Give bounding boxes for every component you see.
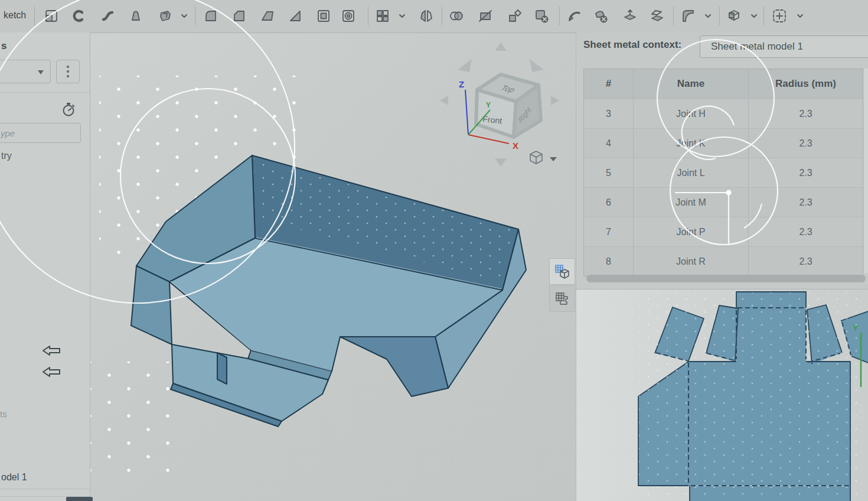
flat-pattern-view-button[interactable] (549, 285, 575, 312)
feature-toolbar: ketch (0, 0, 868, 33)
chamfer-icon[interactable] (230, 7, 248, 25)
cell-num[interactable]: 4 (584, 129, 634, 158)
divider (0, 92, 90, 93)
filter-input[interactable] (0, 123, 81, 143)
kebab-menu-button[interactable] (56, 60, 80, 83)
chevron-down-icon[interactable] (750, 12, 758, 20)
insert-feature-icon[interactable] (771, 7, 788, 25)
delete-face-icon[interactable] (592, 7, 609, 25)
column-header-radius[interactable]: Radius (mm) (749, 69, 863, 99)
rollback-arrow-icon[interactable] (43, 367, 60, 377)
mirror-icon[interactable] (417, 7, 435, 25)
sheet-metal-flange-icon[interactable] (679, 7, 697, 25)
shell-icon[interactable] (315, 7, 332, 25)
toolbar-separator (34, 6, 35, 25)
table-scroll-gutter (864, 69, 868, 273)
cell-name[interactable]: Joint L (634, 158, 749, 187)
loft-icon[interactable] (127, 7, 145, 25)
axis-z-label: Z (459, 79, 464, 89)
rollback-arrow-icon[interactable] (43, 346, 60, 356)
toolbar-separator (195, 6, 195, 25)
selected-item-partial[interactable] (66, 497, 93, 501)
chevron-down-icon[interactable] (704, 12, 712, 20)
table-row: 4 Joint K 2.3 (584, 128, 863, 158)
folded-view-icon (554, 264, 570, 279)
toolbar-separator (719, 6, 720, 25)
revolve-icon[interactable] (70, 7, 87, 25)
geometry-label-partial: try (1, 151, 12, 161)
table-row: 3 Joint H 2.3 (584, 99, 863, 128)
cell-name[interactable]: Joint R (634, 247, 749, 276)
divider (0, 489, 90, 489)
flat-pattern-area[interactable] (576, 289, 868, 501)
cell-num[interactable]: 5 (584, 158, 634, 187)
feature-tree-panel: s try ts odel 1 (0, 32, 90, 501)
linear-pattern-icon[interactable] (374, 7, 391, 25)
thicken-icon[interactable] (156, 7, 174, 25)
toolbar-separator (763, 6, 764, 25)
toolbar-separator (673, 6, 674, 25)
toolbar-separator (442, 6, 442, 25)
cell-radius[interactable]: 2.3 (749, 188, 863, 217)
cell-name[interactable]: Joint K (634, 129, 749, 158)
modify-fillet-icon[interactable] (566, 7, 583, 25)
rib-icon[interactable] (286, 7, 304, 25)
boolean-icon[interactable] (448, 7, 465, 25)
table-row: 5 Joint L 2.3 (584, 158, 863, 187)
joints-table: # Name Radius (mm) 3 Joint H 2.3 4 Joint… (583, 69, 863, 276)
cell-num[interactable]: 3 (584, 99, 634, 128)
chevron-down-icon[interactable] (796, 12, 804, 20)
extrude-icon[interactable] (43, 7, 60, 25)
flat-pattern-view-icon (554, 291, 570, 307)
view-cube[interactable]: Top Front Right Z X Y (434, 35, 570, 180)
table-header-row: # Name Radius (mm) (584, 69, 863, 99)
sheet-metal-corner-icon[interactable] (725, 7, 743, 25)
column-header-num[interactable]: # (584, 69, 634, 99)
move-face-icon[interactable] (621, 7, 639, 25)
axis-y-label: Y (486, 101, 491, 109)
cell-num[interactable]: 6 (584, 188, 634, 217)
cell-radius[interactable]: 2.3 (749, 158, 863, 187)
cell-name[interactable]: Joint H (634, 99, 749, 128)
version-dropdown[interactable] (0, 60, 51, 83)
chevron-down-icon[interactable] (180, 12, 188, 20)
cell-name[interactable]: Joint P (634, 217, 749, 246)
app-window: Top Front Right Z X Y ketch (0, 0, 868, 501)
cell-num[interactable]: 8 (584, 247, 634, 276)
transform-icon[interactable] (506, 7, 524, 25)
sketch-tool-label[interactable]: ketch (4, 10, 26, 21)
toolbar-separator (559, 6, 560, 25)
fillet-icon[interactable] (202, 7, 220, 25)
cell-radius[interactable]: 2.3 (749, 247, 863, 276)
chevron-down-icon[interactable] (398, 12, 406, 20)
split-icon[interactable] (477, 7, 494, 25)
sweep-icon[interactable] (99, 7, 117, 25)
model-tree-item-partial[interactable]: odel 1 (1, 472, 27, 483)
stopwatch-icon[interactable] (61, 101, 77, 118)
sheet-metal-context-select[interactable]: Sheet metal model 1 (700, 35, 868, 58)
hole-icon[interactable] (340, 7, 357, 25)
cell-radius[interactable]: 2.3 (749, 217, 863, 246)
cell-num[interactable]: 7 (584, 217, 634, 246)
cell-name[interactable]: Joint M (634, 188, 749, 217)
draft-icon[interactable] (259, 7, 276, 25)
panel-header-partial: s (1, 40, 6, 52)
cell-radius[interactable]: 2.3 (749, 129, 863, 158)
horizontal-scrollbar[interactable] (586, 275, 866, 282)
delete-part-icon[interactable] (533, 7, 550, 25)
sheet-metal-context-label: Sheet metal context: (583, 39, 681, 51)
folded-view-button[interactable] (549, 258, 575, 285)
toolbar-separator (368, 6, 368, 25)
axis-x-label: X (513, 141, 518, 151)
replace-face-icon[interactable] (648, 7, 666, 25)
cell-radius[interactable]: 2.3 (749, 99, 863, 128)
context-select-value: Sheet metal model 1 (711, 41, 803, 53)
kebab-icon (66, 65, 70, 78)
isometric-view-icon[interactable] (530, 151, 542, 164)
dropdown-caret-icon (37, 70, 44, 75)
table-row: 8 Joint R 2.3 (584, 246, 863, 276)
view-menu-caret-icon[interactable] (550, 157, 557, 161)
table-row: 6 Joint M 2.3 (584, 187, 863, 217)
parts-label-partial: ts (0, 409, 7, 419)
column-header-name[interactable]: Name (634, 69, 749, 99)
